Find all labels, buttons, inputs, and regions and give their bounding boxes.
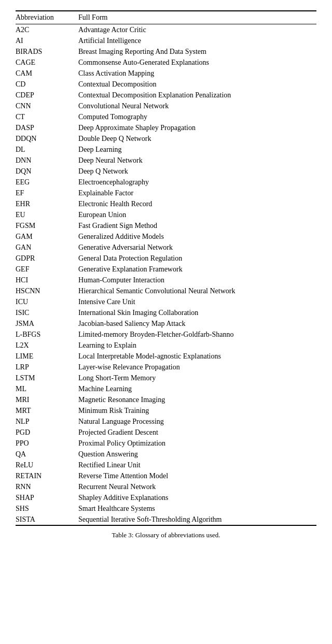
abbreviation-cell: DQN: [16, 166, 78, 177]
table-row: DASPDeep Approximate Shapley Propagation: [16, 122, 316, 133]
fullform-cell: Generative Adversarial Network: [78, 242, 316, 253]
table-row: GDPRGeneral Data Protection Regulation: [16, 253, 316, 264]
fullform-cell: Deep Neural Network: [78, 155, 316, 166]
abbreviation-cell: HCI: [16, 275, 78, 285]
abbreviation-cell: PPO: [16, 438, 78, 449]
abbreviation-cell: EU: [16, 209, 78, 220]
fullform-cell: General Data Protection Regulation: [78, 253, 316, 264]
abbreviation-cell: CAGE: [16, 57, 78, 68]
fullform-cell: Natural Language Processing: [78, 416, 316, 427]
table-row: GAMGeneralized Additive Models: [16, 231, 316, 242]
table-row: EFExplainable Factor: [16, 188, 316, 198]
fullform-cell: Smart Healthcare Systems: [78, 503, 316, 514]
abbreviation-cell: DASP: [16, 122, 78, 133]
fullform-cell: Jacobian-based Saliency Map Attack: [78, 318, 316, 329]
table-row: FGSMFast Gradient Sign Method: [16, 220, 316, 231]
table-row: RNNRecurrent Neural Network: [16, 481, 316, 492]
fullform-cell: Contextual Decomposition Explanation Pen…: [78, 90, 316, 101]
abbreviation-cell: SHAP: [16, 492, 78, 503]
table-row: CDContextual Decomposition: [16, 79, 316, 90]
abbreviation-cell: CD: [16, 79, 78, 90]
abbreviation-cell: AI: [16, 35, 78, 46]
fullform-cell: Generalized Additive Models: [78, 231, 316, 242]
table-row: DNNDeep Neural Network: [16, 155, 316, 166]
fullform-cell: Local Interpretable Model-agnostic Expla…: [78, 351, 316, 362]
fullform-cell: Electroencephalography: [78, 177, 316, 188]
fullform-cell: Contextual Decomposition: [78, 79, 316, 90]
abbreviation-cell: SISTA: [16, 514, 78, 525]
table-row: HSCNNHierarchical Semantic Convolutional…: [16, 285, 316, 296]
table-row: ReLURectified Linear Unit: [16, 460, 316, 470]
abbreviation-cell: CDEP: [16, 90, 78, 101]
col-header-abbreviation: Abbreviation: [16, 11, 78, 24]
abbreviation-cell: PGD: [16, 427, 78, 438]
abbreviation-cell: EEG: [16, 177, 78, 188]
table-row: JSMAJacobian-based Saliency Map Attack: [16, 318, 316, 329]
fullform-cell: Human-Computer Interaction: [78, 275, 316, 285]
abbreviation-cell: DL: [16, 144, 78, 155]
table-row: CAGECommonsense Auto-Generated Explanati…: [16, 57, 316, 68]
fullform-cell: International Skin Imaging Collaboration: [78, 307, 316, 318]
abbreviation-cell: DDQN: [16, 133, 78, 144]
abbreviation-cell: HSCNN: [16, 285, 78, 296]
table-row: DQNDeep Q Network: [16, 166, 316, 177]
fullform-cell: Projected Gradient Descent: [78, 427, 316, 438]
abbreviation-table: Abbreviation Full Form A2CAdvantage Acto…: [16, 10, 316, 526]
table-row: QAQuestion Answering: [16, 449, 316, 460]
col-header-fullform: Full Form: [78, 11, 316, 24]
table-row: NLPNatural Language Processing: [16, 416, 316, 427]
table-row: CAMClass Activation Mapping: [16, 68, 316, 79]
fullform-cell: Fast Gradient Sign Method: [78, 220, 316, 231]
abbreviation-cell: LIME: [16, 351, 78, 362]
abbreviation-cell: L2X: [16, 340, 78, 351]
abbreviation-cell: GAM: [16, 231, 78, 242]
fullform-cell: Layer-wise Relevance Propagation: [78, 362, 316, 373]
abbreviation-cell: GEF: [16, 264, 78, 275]
table-row: L2XLearning to Explain: [16, 340, 316, 351]
abbreviation-cell: SHS: [16, 503, 78, 514]
fullform-cell: Class Activation Mapping: [78, 68, 316, 79]
fullform-cell: Advantage Actor Critic: [78, 24, 316, 36]
abbreviation-cell: LSTM: [16, 373, 78, 383]
abbreviation-cell: MRT: [16, 405, 78, 416]
fullform-cell: Deep Learning: [78, 144, 316, 155]
fullform-cell: Shapley Additive Explanations: [78, 492, 316, 503]
table-row: BIRADSBreast Imaging Reporting And Data …: [16, 46, 316, 57]
table-row: MLMachine Learning: [16, 383, 316, 394]
table-row: LRPLayer-wise Relevance Propagation: [16, 362, 316, 373]
abbreviation-cell: EF: [16, 188, 78, 198]
abbreviation-cell: LRP: [16, 362, 78, 373]
fullform-cell: Intensive Care Unit: [78, 296, 316, 307]
abbreviation-cell: RETAIN: [16, 470, 78, 481]
abbreviation-cell: A2C: [16, 24, 78, 36]
fullform-cell: Commonsense Auto-Generated Explanations: [78, 57, 316, 68]
table-row: SHAPShapley Additive Explanations: [16, 492, 316, 503]
fullform-cell: Explainable Factor: [78, 188, 316, 198]
fullform-cell: Convolutional Neural Network: [78, 101, 316, 111]
table-row: CTComputed Tomography: [16, 111, 316, 122]
fullform-cell: Artificial Intelligence: [78, 35, 316, 46]
fullform-cell: Sequential Iterative Soft-Thresholding A…: [78, 514, 316, 525]
abbreviation-cell: L-BFGS: [16, 329, 78, 340]
fullform-cell: Reverse Time Attention Model: [78, 470, 316, 481]
table-row: RETAINReverse Time Attention Model: [16, 470, 316, 481]
abbreviation-cell: RNN: [16, 481, 78, 492]
fullform-cell: Learning to Explain: [78, 340, 316, 351]
abbreviation-cell: NLP: [16, 416, 78, 427]
abbreviation-cell: ISIC: [16, 307, 78, 318]
abbreviation-cell: JSMA: [16, 318, 78, 329]
table-row: CDEPContextual Decomposition Explanation…: [16, 90, 316, 101]
abbreviation-cell: CAM: [16, 68, 78, 79]
table-row: L-BFGSLimited-memory Broyden-Fletcher-Go…: [16, 329, 316, 340]
table-row: ISICInternational Skin Imaging Collabora…: [16, 307, 316, 318]
table-row: EHRElectronic Health Record: [16, 198, 316, 209]
fullform-cell: Rectified Linear Unit: [78, 460, 316, 470]
abbreviation-cell: ICU: [16, 296, 78, 307]
fullform-cell: European Union: [78, 209, 316, 220]
table-caption: Table 3: Glossary of abbreviations used.: [16, 531, 316, 539]
fullform-cell: Hierarchical Semantic Convolutional Neur…: [78, 285, 316, 296]
fullform-cell: Machine Learning: [78, 383, 316, 394]
abbreviation-cell: EHR: [16, 198, 78, 209]
table-row: PPOProximal Policy Optimization: [16, 438, 316, 449]
fullform-cell: Electronic Health Record: [78, 198, 316, 209]
